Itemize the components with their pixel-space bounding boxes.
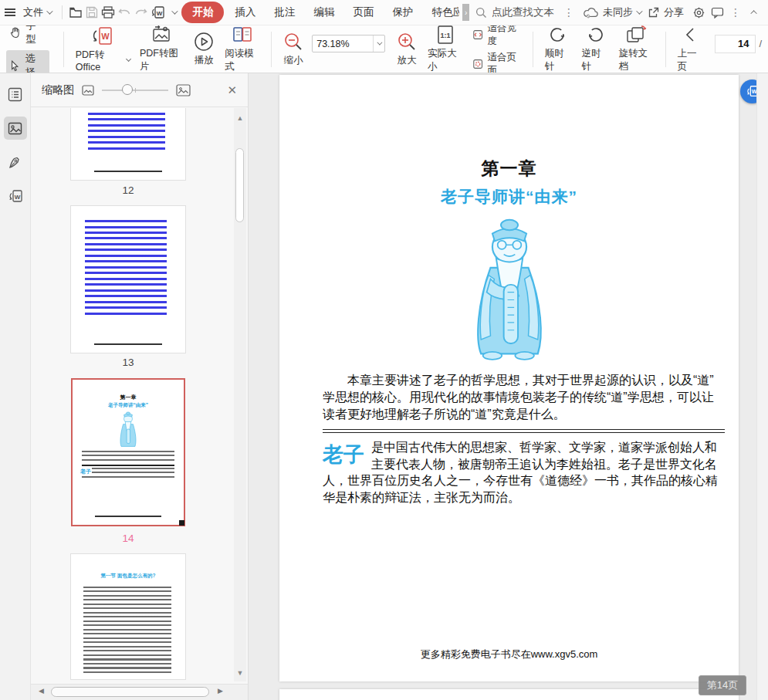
slider-knob[interactable] [122, 84, 133, 95]
export-to-word-button[interactable]: W [151, 4, 165, 21]
chevron-left-icon [685, 27, 695, 42]
large-thumbnails-icon[interactable] [176, 84, 191, 96]
rotate-counterclockwise-button[interactable]: 逆时针 [577, 25, 614, 73]
sidebar-vertical-scrollbar[interactable]: ▲ ▼ [234, 108, 246, 681]
rotate-counterclockwise-label: 逆时针 [582, 47, 608, 73]
tab-special-apps[interactable]: 特色应用 [424, 2, 459, 23]
zoom-dropdown-icon [373, 36, 381, 52]
pointer-tools: 手型 选择 [6, 25, 49, 73]
pdf-to-office-button[interactable]: W PDF转Office [70, 25, 134, 73]
scroll-left-arrow[interactable]: ◀ [39, 687, 44, 695]
print-button[interactable] [101, 4, 115, 21]
select-tool-button[interactable]: 选择 [6, 50, 49, 73]
thumbnails-panel-button[interactable] [4, 117, 27, 140]
fit-width-icon [472, 29, 483, 41]
export-word-panel-button[interactable]: W [4, 184, 27, 208]
zoom-out-button[interactable]: 缩小 [278, 30, 309, 69]
close-panel-button[interactable]: ✕ [227, 83, 237, 97]
fit-page-button[interactable]: 适合页面 [472, 51, 522, 74]
previous-page-button[interactable]: 上一页 [672, 25, 709, 73]
settings-button[interactable] [690, 4, 707, 21]
fit-width-button[interactable]: 适合宽度 [472, 25, 522, 48]
outline-list-icon [8, 87, 22, 102]
thumbnail-page-14-selected[interactable]: 第一章 老子导师讲“由来” 老子 [71, 378, 185, 526]
quick-access-dropdown[interactable] [168, 4, 179, 21]
laozi-bio-paragraph: 老子是中国古代伟大的思想家、哲学家、文学家，道家学派创始人和主要代表人物，被唐朝… [323, 439, 725, 506]
pdf-to-image-icon [151, 25, 172, 44]
thumbnail-page-12[interactable] [71, 108, 185, 180]
actual-size-button[interactable]: 1:1 实际大小 [422, 25, 468, 73]
current-page-badge: 第14页 [699, 675, 746, 695]
feedback-button[interactable] [709, 4, 726, 21]
thumbnail-size-slider[interactable] [102, 90, 168, 91]
find-text-box[interactable]: 点此查找文本 [472, 5, 557, 19]
tab-page[interactable]: 页面 [345, 2, 381, 23]
file-menu[interactable]: 文件 [19, 2, 56, 22]
scroll-right-arrow[interactable]: ▶ [218, 687, 223, 695]
more-options-button[interactable]: ⋮ [727, 6, 745, 19]
chevron-down-icon [126, 56, 131, 61]
pdf-to-image-button[interactable]: PDF转图片 [134, 25, 188, 73]
svg-text:W: W [102, 32, 110, 41]
page-footer-text: 更多精彩免费电子书尽在www.xgv5.com [279, 648, 739, 661]
divider [63, 32, 64, 67]
tab-insert[interactable]: 插入 [227, 2, 263, 23]
outline-panel-button[interactable] [4, 83, 27, 106]
open-file-button[interactable] [69, 4, 83, 21]
mini-section-heading: 第一节 面包是怎么有的? [71, 573, 185, 580]
pdf-reader-window: 文件 W 开始 插入 批注 编辑 页面 保护 特色应用 › [0, 0, 768, 700]
folder-open-icon [69, 6, 83, 19]
search-options-button[interactable]: ⋮ [560, 6, 578, 19]
pdf-to-image-label: PDF转图片 [140, 47, 183, 73]
cloud-sync-button[interactable] [581, 4, 601, 21]
hand-tool-button[interactable]: 手型 [6, 25, 49, 48]
share-button[interactable] [645, 4, 662, 21]
chapter-subtitle: 老子导师讲“由来” [279, 186, 739, 208]
zoom-level-value: 73.18% [316, 39, 373, 49]
sidebar-horizontal-scrollbar[interactable]: ◀ ▶ [31, 684, 248, 700]
rotate-document-button[interactable]: 旋转文档 [613, 25, 658, 73]
svg-text:W: W [156, 10, 162, 17]
document-page-14[interactable]: 第一章 老子导师讲“由来” [279, 75, 739, 681]
document-page-15-top[interactable] [279, 689, 739, 700]
tab-protect[interactable]: 保护 [384, 2, 421, 23]
rotate-clockwise-button[interactable]: 顺时针 [540, 25, 577, 73]
play-button[interactable]: 播放 [188, 30, 219, 69]
tab-edit[interactable]: 编辑 [306, 2, 342, 23]
main-menu-button[interactable] [5, 4, 15, 21]
mini-keyword: 老子 [80, 468, 92, 475]
thumbnail-page-15[interactable]: 第一节 面包是怎么有的? [71, 554, 185, 679]
tab-home[interactable]: 开始 [181, 2, 224, 23]
small-thumbnails-icon[interactable] [82, 85, 94, 96]
collapse-ribbon-button[interactable] [746, 4, 763, 21]
thumbnail-label-13: 13 [71, 357, 185, 368]
document-vertical-scrollbar[interactable] [756, 73, 768, 700]
horizontal-scroll-thumb[interactable] [51, 687, 209, 697]
zoom-level-select[interactable]: 73.18% [312, 35, 385, 52]
play-label: 播放 [195, 54, 214, 67]
undo-button[interactable] [118, 4, 131, 21]
annotation-panel-button[interactable] [4, 150, 27, 174]
sync-dropdown-icon[interactable] [636, 8, 642, 14]
scroll-up-arrow[interactable]: ▲ [234, 114, 246, 122]
redo-button[interactable] [134, 4, 147, 21]
menubar-right-cluster: 未同步 分享 ⋮ [581, 4, 763, 21]
save-icon [86, 6, 98, 19]
file-menu-label: 文件 [23, 5, 43, 19]
mini-footer-line [95, 516, 161, 518]
zoom-in-button[interactable]: 放大 [391, 30, 422, 69]
cloud-icon [584, 7, 599, 19]
mini-text-lines [82, 451, 174, 463]
keyword-laozi: 老子 [323, 439, 364, 471]
read-mode-button[interactable]: 阅读模式 [219, 25, 265, 73]
save-button[interactable] [86, 4, 98, 21]
document-view[interactable]: 第一章 老子导师讲“由来” [249, 73, 768, 700]
page-number-input[interactable]: 14 [715, 35, 756, 53]
thumbnail-page-13[interactable] [71, 206, 185, 353]
tab-overflow-button[interactable]: › [462, 4, 469, 21]
scroll-down-arrow[interactable]: ▼ [234, 669, 246, 677]
hamburger-icon [5, 6, 15, 18]
vertical-scroll-thumb[interactable] [235, 148, 244, 222]
printer-icon [101, 6, 115, 19]
tab-comment[interactable]: 批注 [266, 2, 303, 23]
